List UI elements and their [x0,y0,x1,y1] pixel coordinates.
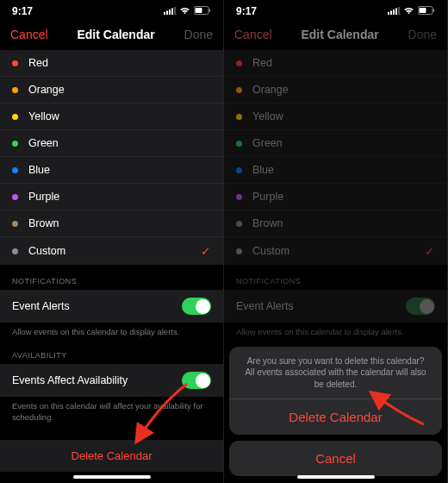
page-title: Edit Calendar [77,28,154,41]
notifications-section: Event Alerts [0,290,223,323]
color-dot-icon [236,194,242,200]
svg-rect-10 [393,9,395,15]
wifi-icon [403,5,414,17]
action-sheet: Are you sure you want to delete this cal… [229,347,442,477]
dimmed-content: Cancel Edit Calendar Done RedOrangeYello… [224,19,447,364]
svg-rect-6 [196,8,202,13]
home-indicator[interactable] [297,475,375,479]
done-button: Done [408,28,437,41]
color-row-orange[interactable]: Orange [0,77,223,104]
color-label: Purple [252,191,283,203]
svg-rect-14 [420,8,426,13]
sheet-cancel-button[interactable]: Cancel [229,441,442,476]
notifications-footer: Allow events on this calendar to display… [224,323,447,339]
wifi-icon [179,5,190,17]
signal-icon [164,5,176,17]
page-title: Edit Calendar [301,28,378,41]
phone-left: 9:17 Cancel Edit Calendar Done RedOrange… [0,0,224,483]
sheet-message: Are you sure you want to delete this cal… [229,347,442,400]
color-label: Red [28,57,48,69]
color-label: Green [28,137,59,149]
svg-rect-2 [169,9,171,15]
cancel-button[interactable]: Cancel [10,28,48,41]
color-dot-icon [236,141,242,147]
color-row-blue[interactable]: Blue [0,157,223,184]
color-row-green: Green [224,130,447,157]
color-dot-icon [12,167,18,173]
svg-rect-0 [164,12,165,15]
color-dot-icon [236,167,242,173]
color-label: Brown [252,217,283,229]
availability-label: Events Affect Availability [12,374,128,386]
event-alerts-row[interactable]: Event Alerts [0,290,223,323]
availability-footer: Events on this calendar will affect your… [0,397,223,424]
svg-rect-11 [395,9,397,16]
event-alerts-label: Event Alerts [12,300,70,312]
color-row-custom: Custom✓ [224,237,447,265]
color-label: Yellow [28,110,59,122]
color-row-purple[interactable]: Purple [0,184,223,210]
color-row-brown: Brown [224,210,447,237]
notifications-header: NOTIFICATIONS [224,265,447,290]
status-bar: 9:17 [224,0,447,19]
status-icons [164,5,211,17]
color-label: Custom [252,245,289,257]
color-row-yellow: Yellow [224,104,447,130]
color-dot-icon [12,221,18,227]
svg-rect-9 [390,11,392,16]
svg-rect-8 [388,12,389,15]
svg-rect-15 [433,9,435,12]
color-label: Green [252,137,283,149]
availability-row[interactable]: Events Affect Availability [0,364,223,397]
checkmark-icon: ✓ [201,244,211,258]
nav-bar: Cancel Edit Calendar Done [0,19,223,50]
color-row-brown[interactable]: Brown [0,210,223,237]
svg-rect-1 [166,11,168,16]
color-row-orange: Orange [224,77,447,104]
availability-header: AVAILABILITY [0,339,223,364]
svg-rect-4 [174,7,176,15]
color-label: Purple [28,191,59,203]
availability-toggle[interactable] [182,372,211,389]
color-row-purple: Purple [224,184,447,210]
color-row-red[interactable]: Red [0,50,223,77]
svg-rect-7 [209,9,211,12]
delete-calendar-button[interactable]: Delete Calendar [0,440,223,472]
event-alerts-toggle [406,298,435,315]
checkmark-icon: ✓ [425,244,435,258]
status-icons [388,5,435,17]
color-label: Brown [28,217,59,229]
color-dot-icon [236,248,242,254]
color-dot-icon [236,114,242,120]
color-list: RedOrangeYellowGreenBluePurpleBrownCusto… [0,50,223,265]
color-row-custom[interactable]: Custom✓ [0,237,223,265]
color-row-green[interactable]: Green [0,130,223,157]
color-row-yellow[interactable]: Yellow [0,104,223,130]
color-dot-icon [12,141,18,147]
color-dot-icon [12,248,18,254]
color-dot-icon [236,60,242,66]
status-bar: 9:17 [0,0,223,19]
sheet-delete-button[interactable]: Delete Calendar [229,399,442,435]
event-alerts-toggle[interactable] [182,298,211,315]
event-alerts-row: Event Alerts [224,290,447,323]
notifications-header: NOTIFICATIONS [0,265,223,290]
color-label: Yellow [252,110,283,122]
color-label: Orange [252,84,289,96]
color-dot-icon [12,60,18,66]
phone-right: 9:17 Cancel Edit Calendar Done RedOrange… [224,0,448,483]
home-indicator[interactable] [73,475,151,479]
color-dot-icon [12,87,18,93]
notifications-section: Event Alerts [224,290,447,323]
color-dot-icon [236,221,242,227]
color-label: Blue [252,164,274,176]
color-row-red: Red [224,50,447,77]
svg-rect-12 [398,7,400,15]
cancel-button: Cancel [234,28,272,41]
color-dot-icon [12,194,18,200]
color-label: Orange [28,84,65,96]
color-list: RedOrangeYellowGreenBluePurpleBrownCusto… [224,50,447,265]
done-button[interactable]: Done [184,28,213,41]
notifications-footer: Allow events on this calendar to display… [0,323,223,339]
status-time: 9:17 [236,5,257,17]
